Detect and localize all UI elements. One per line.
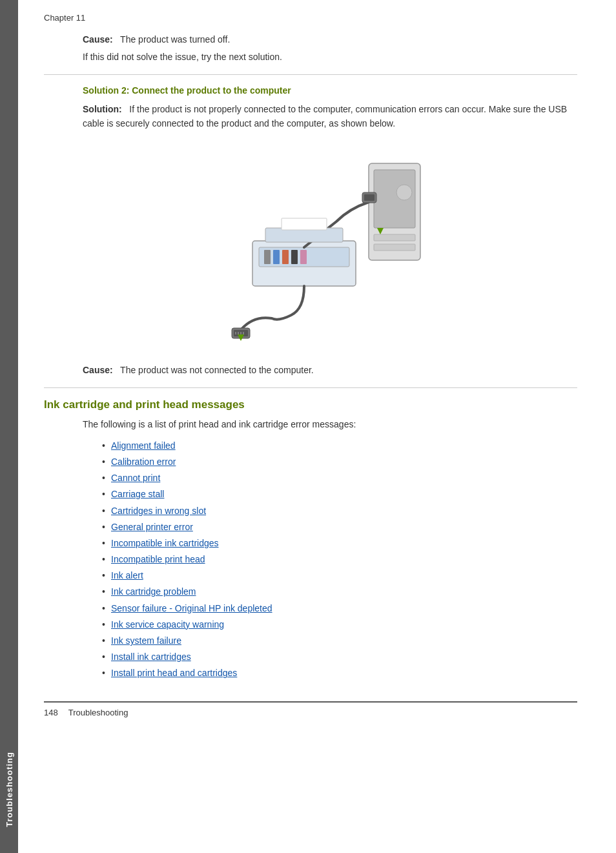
link-14[interactable]: Install print head and cartridges [111, 668, 237, 678]
solution2-title: Solution 2: Connect the product to the c… [83, 85, 577, 96]
divider-2 [44, 387, 577, 388]
section-intro: The following is a list of print head an… [83, 418, 577, 431]
list-item: Carriage stall [102, 486, 577, 502]
footer-bar: 148 Troubleshooting [44, 701, 577, 717]
list-item: General printer error [102, 519, 577, 535]
main-content: Chapter 11 Cause: The product was turned… [18, 0, 616, 853]
solution-label: Solution: [83, 104, 122, 114]
svg-rect-19 [364, 194, 375, 201]
side-tab-label: Troubleshooting [5, 752, 14, 827]
cause-block-2: Cause: The product was not connected to … [83, 364, 577, 377]
list-item: Ink alert [102, 568, 577, 584]
link-1[interactable]: Calibration error [111, 457, 176, 467]
svg-rect-23 [282, 218, 327, 230]
footer-label: Troubleshooting [68, 708, 128, 717]
cause-text-1: Cause: The product was turned off. [83, 34, 230, 45]
link-12[interactable]: Ink system failure [111, 635, 181, 646]
svg-rect-9 [282, 250, 289, 264]
link-5[interactable]: General printer error [111, 522, 193, 532]
list-item: Ink system failure [102, 633, 577, 649]
cause-block-1: Cause: The product was turned off. [83, 33, 577, 46]
chapter-label: Chapter 11 [44, 13, 577, 23]
link-3[interactable]: Carriage stall [111, 489, 164, 499]
list-item: Install ink cartridges [102, 649, 577, 665]
if-text: If this did not solve the issue, try the… [83, 50, 577, 64]
bullet-list: Alignment failed Calibration error Canno… [102, 438, 577, 682]
list-item: Install print head and cartridges [102, 665, 577, 681]
solution-text: If the product is not properly connected… [83, 104, 567, 128]
link-4[interactable]: Cartridges in wrong slot [111, 506, 206, 516]
svg-rect-3 [374, 244, 415, 251]
svg-point-4 [396, 185, 412, 200]
link-8[interactable]: Ink alert [111, 570, 143, 581]
link-11[interactable]: Ink service capacity warning [111, 619, 224, 630]
link-10[interactable]: Sensor failure - Original HP ink deplete… [111, 603, 272, 613]
cause-value-1: The product was turned off. [120, 34, 230, 45]
printer-illustration [220, 144, 440, 351]
svg-rect-11 [300, 250, 307, 264]
cause-label-2: Cause: [83, 365, 113, 375]
link-9[interactable]: Ink cartridge problem [111, 586, 196, 597]
svg-rect-2 [374, 234, 415, 241]
link-7[interactable]: Incompatible print head [111, 554, 205, 564]
link-6[interactable]: Incompatible ink cartridges [111, 538, 219, 548]
list-item: Sensor failure - Original HP ink deplete… [102, 601, 577, 617]
list-item: Alignment failed [102, 438, 577, 454]
solution2-body: Solution: If the product is not properly… [83, 102, 577, 131]
list-item: Ink service capacity warning [102, 617, 577, 633]
side-tab: Troubleshooting [0, 0, 18, 853]
svg-rect-7 [264, 250, 271, 264]
svg-rect-10 [291, 250, 298, 264]
cause-text-2: Cause: The product was not connected to … [83, 365, 314, 375]
list-item: Ink cartridge problem [102, 584, 577, 600]
divider-1 [44, 74, 577, 75]
svg-rect-8 [273, 250, 280, 264]
list-item: Incompatible print head [102, 551, 577, 568]
section-heading: Ink cartridge and print head messages [44, 398, 577, 411]
link-13[interactable]: Install ink cartridges [111, 652, 191, 662]
list-item: Cannot print [102, 470, 577, 486]
list-item: Incompatible ink cartridges [102, 535, 577, 551]
footer-page-num: 148 [44, 708, 58, 717]
link-2[interactable]: Cannot print [111, 473, 160, 483]
cause-label-1: Cause: [83, 34, 113, 45]
list-item: Calibration error [102, 454, 577, 470]
link-0[interactable]: Alignment failed [111, 440, 176, 451]
cause-value-2: The product was not connected to the com… [120, 365, 314, 375]
list-item: Cartridges in wrong slot [102, 503, 577, 519]
printer-image-container [83, 144, 577, 351]
